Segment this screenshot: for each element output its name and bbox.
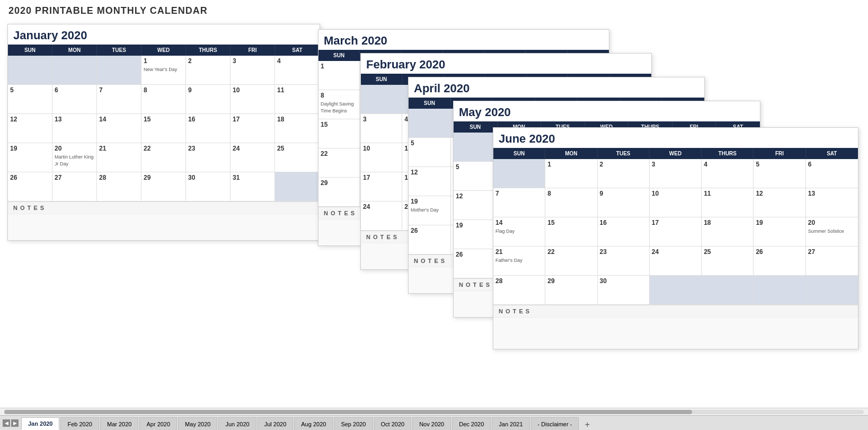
table-row: 13: [806, 188, 858, 217]
table-row: 7: [493, 188, 545, 217]
table-row: 23: [598, 247, 650, 276]
table-row: [97, 56, 141, 85]
tab-apr2020[interactable]: Apr 2020: [139, 417, 177, 430]
table-row: 26: [454, 249, 498, 278]
january-title: January 2020: [8, 24, 320, 45]
table-row: 12: [409, 167, 451, 196]
table-row: 18: [275, 114, 320, 143]
table-row: 26: [754, 247, 805, 276]
tab-nov2020[interactable]: Nov 2020: [412, 417, 451, 430]
horizontal-scrollbar[interactable]: [0, 408, 868, 415]
table-row: 17: [361, 172, 402, 201]
june-title: June 2020: [493, 128, 858, 148]
table-row: 30: [598, 276, 650, 305]
table-row: 10: [231, 85, 275, 114]
jan-week1: 1New Year's Day 2 3 4: [8, 56, 320, 85]
table-row: 21Father's Day: [493, 247, 545, 276]
june-notes: N O T E S: [493, 305, 858, 317]
table-row: 12: [454, 191, 498, 220]
table-row: 6: [806, 159, 858, 188]
table-row: 24: [231, 143, 275, 172]
tab-jan2020[interactable]: Jan 2020: [21, 417, 59, 430]
june-header: SUN MON TUES WED THURS FRI SAT: [493, 148, 858, 159]
table-row: 3: [650, 159, 702, 188]
calendar-june: June 2020 SUN MON TUES WED THURS FRI SAT…: [493, 127, 858, 349]
jan-week5: 26 27 28 29 30 31: [8, 172, 320, 201]
tab-dec2020[interactable]: Dec 2020: [452, 417, 491, 430]
table-row: 13: [52, 114, 97, 143]
table-row: 29: [141, 172, 186, 201]
table-row: [702, 276, 754, 305]
tab-aug2020[interactable]: Aug 2020: [294, 417, 333, 430]
jan-week4: 19 20Martin Luther King Jr Day 21 22 23 …: [8, 143, 320, 172]
table-row: 1New Year's Day: [141, 56, 186, 85]
tab-mar2020[interactable]: Mar 2020: [100, 417, 138, 430]
table-row: 19Mother's Day: [409, 196, 451, 225]
table-row: 15: [141, 114, 186, 143]
table-row: 12: [8, 114, 52, 143]
table-row: 15: [545, 217, 597, 247]
calendar-january: January 2020 SUN MON TUES WED THURS FRI …: [7, 24, 320, 241]
table-row: 3: [361, 114, 402, 143]
table-row: 19: [8, 143, 52, 172]
table-row: 14Flag Day: [493, 217, 545, 247]
tab-nav-left[interactable]: ◀: [3, 419, 10, 427]
table-row: 26: [409, 225, 451, 255]
table-row: [650, 276, 702, 305]
tab-jul2020[interactable]: Jul 2020: [258, 417, 294, 430]
table-row: [493, 159, 545, 188]
table-row: 9: [186, 85, 231, 114]
table-row: 5: [409, 138, 451, 167]
header-thurs: THURS: [186, 45, 231, 56]
march-title: March 2020: [318, 30, 609, 50]
table-row: 5: [454, 162, 498, 191]
tab-jan2021[interactable]: Jan 2021: [492, 417, 529, 430]
table-row: 19: [754, 217, 805, 247]
table-row: 11: [275, 85, 320, 114]
tab-may2020[interactable]: May 2020: [178, 417, 217, 430]
table-row: [8, 56, 52, 85]
table-row: 18: [702, 217, 754, 247]
table-row: 8: [545, 188, 597, 217]
table-row: 28: [493, 276, 545, 305]
jan-notes: N O T E S: [8, 201, 320, 214]
table-row: 10: [650, 188, 702, 217]
scrollbar-thumb[interactable]: [4, 410, 692, 414]
table-row: [409, 109, 451, 138]
header-sun: SUN: [8, 45, 52, 56]
tab-feb2020[interactable]: Feb 2020: [60, 417, 99, 430]
header-tues: TUES: [97, 45, 141, 56]
february-title: February 2020: [361, 54, 651, 74]
main-container: 2020 PRINTABLE MONTHLY CALENDAR January …: [0, 0, 868, 430]
jan-week3: 12 13 14 15 16 17 18: [8, 114, 320, 143]
tab-sep2020[interactable]: Sep 2020: [334, 417, 373, 430]
table-row: 15: [318, 119, 360, 148]
add-tab-button[interactable]: +: [582, 419, 592, 430]
table-row: 10: [361, 143, 402, 172]
table-row: 9: [598, 188, 650, 217]
tab-nav-right[interactable]: ▶: [11, 419, 19, 427]
table-row: 29: [545, 276, 597, 305]
table-row: 30: [186, 172, 231, 201]
table-row: [52, 56, 97, 85]
tab-oct2020[interactable]: Oct 2020: [374, 417, 412, 430]
table-row: 17: [650, 217, 702, 247]
may-title: May 2020: [454, 101, 760, 121]
jan-week2: 5 6 7 8 9 10 11: [8, 85, 320, 114]
table-row: [754, 276, 805, 305]
header-sat: SAT: [275, 45, 320, 56]
table-row: [806, 276, 858, 305]
table-row: 8Daylight Saving Time Begins: [318, 90, 360, 119]
table-row: 7: [97, 85, 141, 114]
table-row: 14: [97, 114, 141, 143]
table-row: 19: [454, 220, 498, 249]
table-row: 31: [231, 172, 275, 201]
table-row: 20Martin Luther King Jr Day: [52, 143, 97, 172]
table-row: 29: [318, 178, 360, 207]
table-row: 17: [231, 114, 275, 143]
table-row: 27: [806, 247, 858, 276]
tab-jun2020[interactable]: Jun 2020: [218, 417, 256, 430]
tab-disclaimer[interactable]: - Disclaimer -: [531, 417, 579, 430]
scrollbar-track[interactable]: [4, 410, 864, 414]
table-row: 24: [361, 201, 402, 231]
